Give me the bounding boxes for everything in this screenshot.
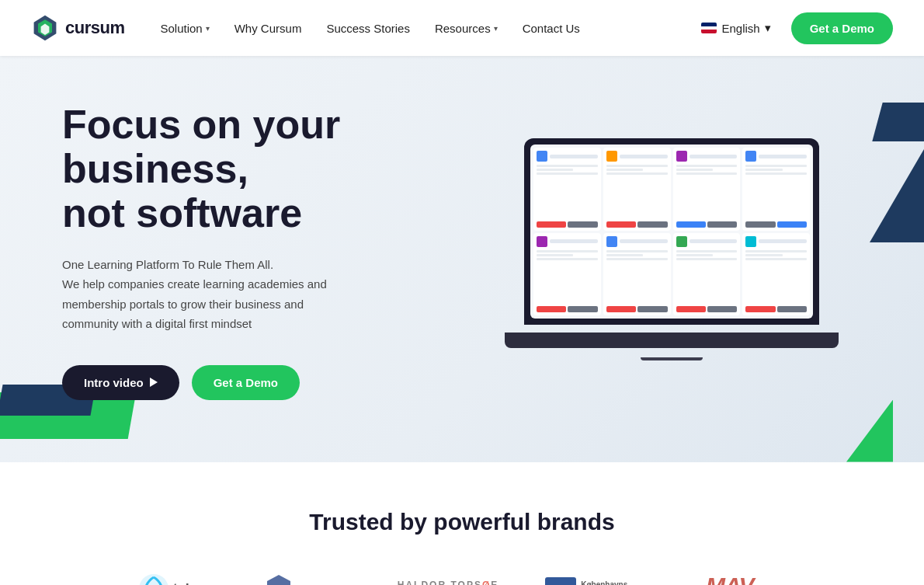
hero-buttons: Intro video Get a Demo bbox=[62, 365, 450, 400]
trusted-section: Trusted by powerful brands telenor P bbox=[0, 462, 924, 585]
hero-title: Focus on your business, not software bbox=[62, 103, 450, 236]
flag-icon bbox=[701, 23, 717, 33]
nav-resources[interactable]: Resources ▾ bbox=[424, 16, 509, 41]
brand-telenor: telenor bbox=[139, 574, 220, 585]
get-demo-button[interactable]: Get a Demo bbox=[791, 12, 893, 44]
language-label: English bbox=[721, 22, 759, 35]
hero-subtitle: One Learning Platform To Rule Them All. … bbox=[62, 255, 450, 334]
brand-cph: CPH Københavns Lufthavn bbox=[545, 577, 627, 585]
screen-card-5 bbox=[533, 233, 601, 316]
svg-point-3 bbox=[139, 574, 168, 585]
screen-card-1 bbox=[533, 148, 601, 231]
brand-haldor: HALDOR TOPSØE IT bbox=[398, 580, 498, 585]
logo[interactable]: cursum bbox=[31, 14, 124, 42]
screen-card-4 bbox=[742, 148, 810, 231]
intro-video-button[interactable]: Intro video bbox=[62, 365, 179, 400]
laptop-base bbox=[505, 333, 839, 348]
nav-links: Solution ▾ Why Cursum Success Stories Re… bbox=[149, 16, 693, 41]
screen-card-3 bbox=[673, 148, 741, 231]
svg-rect-7 bbox=[545, 577, 576, 585]
hero-decoration-right-2 bbox=[846, 400, 893, 462]
laptop-screen bbox=[524, 138, 819, 325]
language-selector[interactable]: English ▾ bbox=[693, 16, 778, 40]
svg-marker-5 bbox=[267, 575, 290, 585]
chevron-down-icon: ▾ bbox=[206, 24, 210, 33]
brands-row-1: telenor P POLITIET HALDOR TOPSØE IT bbox=[31, 574, 893, 585]
brand-politiet: P POLITIET bbox=[266, 574, 351, 585]
screen-card-8 bbox=[742, 233, 810, 316]
logo-text: cursum bbox=[65, 18, 124, 38]
nav-success-stories[interactable]: Success Stories bbox=[315, 16, 421, 41]
hero-section: Focus on your business, not software One… bbox=[0, 56, 924, 462]
navbar: cursum Solution ▾ Why Cursum Success Sto… bbox=[0, 0, 924, 56]
trusted-title: Trusted by powerful brands bbox=[31, 509, 893, 535]
hero-decoration-top-right bbox=[872, 103, 924, 141]
nav-contact[interactable]: Contact Us bbox=[512, 16, 591, 41]
nav-right: English ▾ Get a Demo bbox=[693, 12, 893, 44]
brand-mav: MAV MINIVESTAS OFFSHORE FUND bbox=[674, 574, 785, 585]
screen-card-7 bbox=[673, 233, 741, 316]
chevron-down-icon: ▾ bbox=[494, 24, 498, 33]
screen-content bbox=[530, 145, 813, 319]
screen-card-2 bbox=[603, 148, 671, 231]
hero-image bbox=[450, 138, 893, 364]
hero-content: Focus on your business, not software One… bbox=[62, 103, 450, 400]
hero-demo-button[interactable]: Get a Demo bbox=[192, 365, 300, 400]
play-icon bbox=[150, 378, 158, 387]
screen-card-6 bbox=[603, 233, 671, 316]
laptop-mockup bbox=[505, 138, 839, 364]
nav-why-cursum[interactable]: Why Cursum bbox=[224, 16, 313, 41]
nav-solution[interactable]: Solution ▾ bbox=[149, 16, 220, 41]
chevron-down-icon: ▾ bbox=[765, 21, 771, 35]
